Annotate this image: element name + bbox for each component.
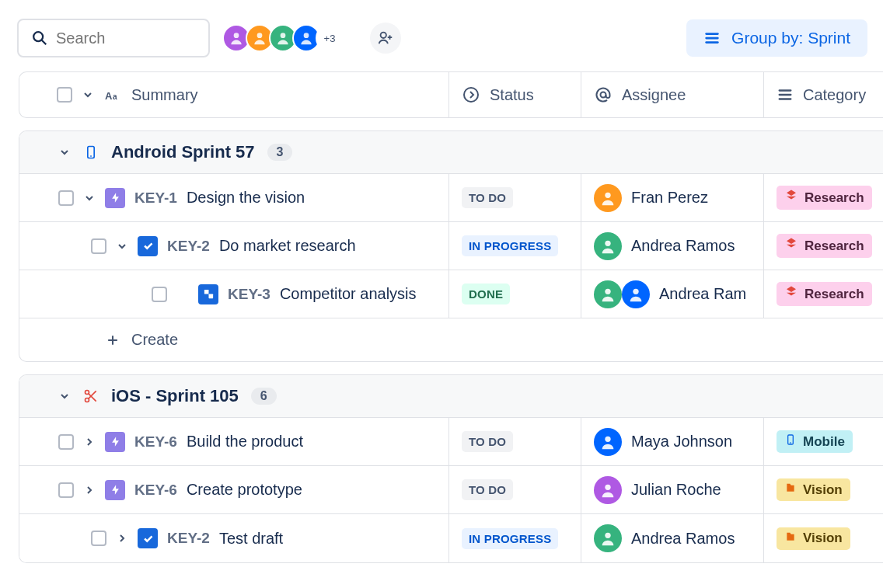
svg-point-3 (257, 33, 263, 38)
create-issue-button[interactable]: Create (19, 318, 883, 361)
chevron-down-icon[interactable] (116, 240, 128, 252)
issue-summary[interactable]: Test draft (219, 530, 283, 548)
issue-summary[interactable]: Competitor analysis (280, 285, 417, 303)
avatar-stack[interactable]: +3 (222, 24, 344, 52)
category-badge[interactable]: Mobile (777, 430, 853, 453)
chevron-right-icon[interactable] (83, 484, 96, 496)
category-label: Vision (803, 482, 843, 498)
column-category[interactable]: Category (763, 72, 883, 117)
issue-summary[interactable]: Create prototype (187, 481, 302, 499)
table-row[interactable]: KEY-1 Design the vision TO DO Fran Perez… (19, 174, 883, 222)
category-badge[interactable]: Research (777, 282, 872, 306)
column-status[interactable]: Status (448, 72, 581, 117)
column-assignee[interactable]: Assignee (581, 72, 763, 117)
status-cell: TO DO (448, 418, 581, 465)
issue-key[interactable]: KEY-6 (134, 433, 177, 451)
assignee-name: Julian Roche (631, 481, 721, 499)
avatar[interactable] (594, 476, 622, 504)
chevron-down-icon[interactable] (58, 146, 71, 158)
group-title: Android Sprint 57 (111, 142, 255, 162)
assignee-name: Andrea Ram (659, 285, 746, 303)
svg-point-0 (33, 32, 43, 41)
chevron-right-icon[interactable] (116, 532, 128, 545)
issue-key[interactable]: KEY-2 (167, 530, 210, 547)
column-summary[interactable]: Aa Summary (19, 85, 448, 104)
status-cell: TO DO (448, 174, 581, 221)
status-badge[interactable]: TO DO (462, 479, 513, 500)
issue-summary[interactable]: Build the product (187, 433, 303, 451)
row-checkbox[interactable] (152, 287, 167, 302)
avatar[interactable] (622, 280, 650, 308)
subtask-icon (198, 284, 218, 304)
category-badge[interactable]: Vision (777, 478, 850, 501)
row-checkbox[interactable] (91, 531, 106, 546)
avatar[interactable] (594, 524, 622, 552)
phone-icon (83, 144, 99, 160)
status-badge[interactable]: TO DO (462, 187, 513, 208)
table-row[interactable]: KEY-3 Competitor analysis DONE Andrea Ra… (19, 270, 883, 318)
chevron-down-icon[interactable] (83, 192, 96, 204)
search-icon (31, 30, 48, 47)
category-badge[interactable]: Vision (777, 527, 850, 550)
category-icon (784, 237, 798, 255)
category-label: Research (804, 238, 864, 254)
chevron-right-icon[interactable] (83, 436, 96, 448)
issue-key[interactable]: KEY-3 (228, 286, 270, 303)
status-badge[interactable]: TO DO (462, 431, 513, 452)
row-checkbox[interactable] (58, 190, 74, 206)
select-all-checkbox[interactable] (57, 87, 72, 103)
chevron-down-icon[interactable] (82, 89, 94, 101)
table-row[interactable]: KEY-6 Create prototype TO DO Julian Roch… (19, 466, 883, 514)
issue-key[interactable]: KEY-1 (134, 190, 177, 207)
svg-line-1 (42, 40, 47, 45)
avatar[interactable] (594, 280, 622, 308)
menu-icon (703, 30, 721, 47)
category-icon (784, 433, 797, 450)
status-cell: IN PROGRESS (448, 514, 581, 562)
issue-key[interactable]: KEY-2 (167, 238, 210, 255)
issue-summary[interactable]: Design the vision (187, 189, 305, 207)
category-badge[interactable]: Research (777, 186, 872, 210)
search-field[interactable] (17, 19, 210, 57)
category-badge[interactable]: Research (777, 234, 872, 258)
summary-cell: KEY-6 Build the product (19, 418, 448, 465)
issue-key[interactable]: KEY-6 (134, 482, 177, 499)
status-cell: IN PROGRESS (448, 222, 581, 270)
summary-cell: KEY-3 Competitor analysis (19, 270, 448, 318)
avatar[interactable] (594, 428, 622, 456)
search-input[interactable] (56, 30, 196, 47)
task-icon (138, 528, 158, 548)
group-count: 6 (251, 388, 277, 405)
status-cell: TO DO (448, 466, 581, 513)
row-checkbox[interactable] (58, 434, 74, 450)
category-label: Research (804, 287, 864, 302)
column-label: Assignee (622, 86, 686, 104)
svg-point-21 (605, 192, 610, 197)
table-row[interactable]: KEY-2 Do market research IN PROGRESS And… (19, 222, 883, 270)
row-checkbox[interactable] (91, 238, 106, 254)
avatar-overflow[interactable]: +3 (316, 24, 344, 52)
category-cell: Research (763, 174, 883, 221)
svg-point-2 (234, 33, 239, 38)
issue-summary[interactable]: Do market research (219, 237, 356, 255)
add-user-button[interactable] (370, 23, 401, 54)
status-badge[interactable]: DONE (462, 284, 510, 304)
status-badge[interactable]: IN PROGRESS (462, 528, 558, 549)
table-row[interactable]: KEY-2 Test draft IN PROGRESS Andrea Ramo… (19, 514, 883, 562)
avatar[interactable] (594, 184, 622, 212)
group-header[interactable]: Android Sprint 57 3 (19, 131, 883, 174)
status-badge[interactable]: IN PROGRESS (462, 235, 558, 256)
category-cell: Research (763, 222, 883, 270)
epic-icon (105, 480, 125, 500)
chevron-down-icon[interactable] (58, 390, 71, 402)
svg-point-14 (464, 88, 478, 102)
assignee-cell: Julian Roche (581, 466, 763, 513)
group-by-button[interactable]: Group by: Sprint (686, 19, 867, 57)
avatar[interactable] (594, 232, 622, 260)
svg-point-4 (281, 33, 286, 38)
assignee-name: Maya Johnson (631, 433, 732, 451)
row-checkbox[interactable] (58, 482, 74, 498)
table-row[interactable]: KEY-6 Build the product TO DO Maya Johns… (19, 418, 883, 466)
group-header[interactable]: iOS - Sprint 105 6 (19, 375, 883, 418)
column-label: Status (490, 86, 534, 104)
